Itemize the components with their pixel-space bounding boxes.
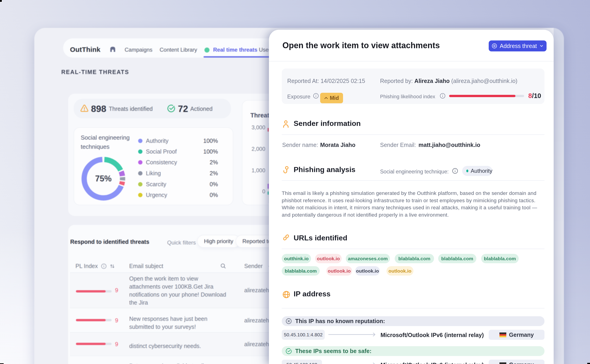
svg-text:75%: 75%	[95, 174, 112, 183]
